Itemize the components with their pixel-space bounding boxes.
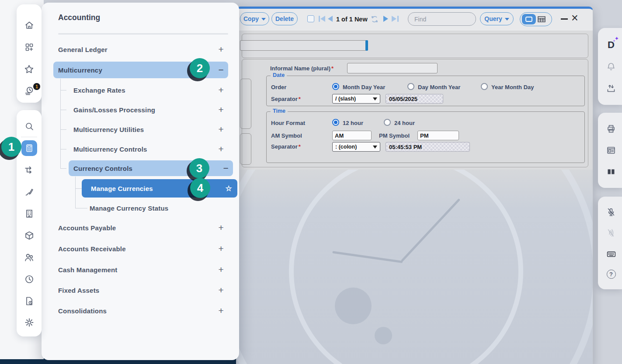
hour-format-12-radio[interactable] bbox=[332, 119, 339, 126]
menu-item-label: Gains/Losses Processing bbox=[73, 106, 155, 114]
close-button[interactable]: × bbox=[571, 11, 578, 25]
pm-symbol-input[interactable] bbox=[417, 131, 459, 140]
hour-format-24-label: 24 hour bbox=[394, 120, 415, 126]
find-input[interactable] bbox=[408, 13, 488, 25]
right-rail-tools-card bbox=[598, 113, 622, 188]
previous-record-icon[interactable] bbox=[328, 16, 333, 22]
signature-pen-icon[interactable] bbox=[24, 187, 35, 197]
menu-item-manage-currencies[interactable]: Manage Currencies ☆ bbox=[82, 179, 237, 198]
menu-item-gains-losses-processing[interactable]: Gains/Losses Processing + bbox=[73, 102, 228, 118]
import-export-icon[interactable] bbox=[606, 83, 616, 94]
menu-item-exchange-rates[interactable]: Exchange Rates + bbox=[73, 82, 228, 98]
table-view-button[interactable] bbox=[538, 16, 546, 22]
accounting-module-button-selected[interactable] bbox=[21, 140, 37, 156]
first-record-icon[interactable] bbox=[319, 16, 320, 22]
expand-plus-icon[interactable]: + bbox=[219, 305, 224, 316]
name-section-box bbox=[242, 34, 588, 58]
step-badge-2: 2 bbox=[190, 58, 210, 78]
rail-divider bbox=[21, 137, 37, 137]
menu-item-consolidations[interactable]: Consolidations + bbox=[58, 303, 228, 319]
next-record-icon[interactable] bbox=[383, 16, 388, 22]
favorites-star-icon[interactable] bbox=[24, 64, 35, 75]
date-separator-label: Separator* bbox=[271, 96, 301, 102]
menu-item-general-ledger[interactable]: General Ledger + bbox=[58, 42, 228, 57]
inventory-cube-icon[interactable] bbox=[24, 230, 35, 241]
settings-gear-icon[interactable] bbox=[24, 317, 35, 328]
menu-item-accounts-receivable[interactable]: Accounts Receivable + bbox=[58, 241, 228, 257]
tree-connector bbox=[75, 188, 82, 189]
date-fieldset: Date Order Month Day Year Day Month Year… bbox=[266, 76, 585, 106]
sound-waves-off-icon[interactable] bbox=[606, 228, 616, 238]
time-clock-icon[interactable] bbox=[24, 274, 35, 284]
query-button[interactable]: Query bbox=[480, 12, 514, 25]
menu-item-label: Cash Management bbox=[58, 266, 118, 274]
order-year-month-day-radio[interactable] bbox=[481, 83, 488, 90]
expand-plus-icon[interactable]: + bbox=[219, 222, 224, 233]
print-icon[interactable] bbox=[606, 124, 616, 134]
menu-item-multicurrency-utilities[interactable]: Multicurrency Utilities + bbox=[73, 121, 228, 137]
order-month-day-year-radio[interactable] bbox=[332, 83, 339, 90]
time-separator-select[interactable]: : (colon) bbox=[332, 142, 380, 152]
notifications-bell-icon[interactable] bbox=[606, 62, 616, 72]
expand-plus-icon[interactable]: + bbox=[219, 85, 224, 95]
record-select-checkbox[interactable] bbox=[307, 15, 314, 22]
microphone-muted-icon[interactable] bbox=[606, 207, 616, 218]
menu-item-label: Fixed Assets bbox=[58, 287, 99, 294]
expand-plus-icon[interactable]: + bbox=[219, 144, 224, 154]
last-record-icon[interactable] bbox=[397, 16, 399, 22]
pm-symbol-label: PM Symbol bbox=[379, 132, 410, 139]
order-day-month-year-radio[interactable] bbox=[407, 83, 414, 90]
menu-item-label: General Ledger bbox=[58, 46, 108, 53]
form-view-button[interactable] bbox=[522, 14, 536, 24]
delete-button[interactable]: Delete bbox=[271, 12, 298, 25]
keyboard-icon[interactable] bbox=[606, 249, 617, 260]
am-symbol-input[interactable] bbox=[332, 131, 372, 140]
copy-button[interactable]: Copy bbox=[240, 12, 269, 25]
tree-connector bbox=[75, 208, 87, 208]
menu-item-label: Multicurrency bbox=[58, 66, 102, 74]
dela-ai-logo[interactable]: D bbox=[608, 39, 615, 51]
collapse-minus-icon[interactable]: − bbox=[223, 163, 229, 173]
refresh-icon[interactable] bbox=[370, 14, 379, 24]
menu-item-manage-currency-status[interactable]: Manage Currency Status bbox=[90, 200, 228, 216]
tree-connector bbox=[60, 168, 66, 169]
date-separator-select[interactable]: / (slash) bbox=[332, 94, 380, 104]
first-record-icon[interactable] bbox=[320, 16, 325, 22]
people-icon[interactable] bbox=[24, 252, 35, 263]
organization-building-icon[interactable] bbox=[24, 208, 35, 219]
help-icon[interactable]: ? bbox=[607, 270, 616, 279]
form-view-icon bbox=[525, 17, 532, 22]
hour-format-24-radio[interactable] bbox=[384, 119, 391, 126]
expand-plus-icon[interactable]: + bbox=[219, 104, 224, 115]
menu-item-multicurrency-controls[interactable]: Multicurrency Controls + bbox=[73, 141, 228, 157]
am-symbol-label: AM Symbol bbox=[271, 132, 302, 139]
minimize-button[interactable] bbox=[561, 18, 568, 20]
workflow-arrows-icon[interactable] bbox=[24, 165, 35, 176]
menu-item-label: Multicurrency Utilities bbox=[73, 126, 144, 133]
collapse-minus-icon[interactable]: − bbox=[219, 65, 224, 75]
split-columns-icon[interactable] bbox=[606, 166, 616, 177]
home-icon[interactable] bbox=[24, 20, 35, 31]
tree-connector bbox=[60, 149, 66, 149]
expand-plus-icon[interactable]: + bbox=[219, 124, 224, 135]
expand-plus-icon[interactable]: + bbox=[219, 285, 224, 295]
menu-item-accounts-payable[interactable]: Accounts Payable + bbox=[58, 220, 228, 236]
formal-name-input[interactable] bbox=[240, 40, 367, 51]
expand-plus-icon[interactable]: + bbox=[219, 44, 224, 55]
favorite-star-icon[interactable]: ☆ bbox=[226, 184, 232, 193]
document-history-icon[interactable] bbox=[24, 296, 35, 306]
search-icon[interactable] bbox=[24, 121, 35, 132]
informal-name-label: Informal Name (plural)* bbox=[270, 65, 334, 72]
expand-plus-icon[interactable]: + bbox=[219, 243, 224, 254]
table-view-icon bbox=[538, 16, 546, 22]
menu-item-fixed-assets[interactable]: Fixed Assets + bbox=[58, 282, 228, 298]
expand-plus-icon[interactable]: + bbox=[219, 264, 224, 275]
hour-format-12-label: 12 hour bbox=[343, 120, 363, 126]
last-record-icon[interactable] bbox=[392, 16, 396, 22]
menu-item-cash-management[interactable]: Cash Management + bbox=[58, 262, 228, 277]
informal-name-input[interactable] bbox=[347, 63, 438, 73]
query-button-label: Query bbox=[484, 15, 502, 22]
apps-add-icon[interactable] bbox=[24, 42, 35, 52]
order-month-day-year-label: Month Day Year bbox=[343, 84, 385, 90]
dashboard-window-icon[interactable] bbox=[606, 145, 616, 156]
